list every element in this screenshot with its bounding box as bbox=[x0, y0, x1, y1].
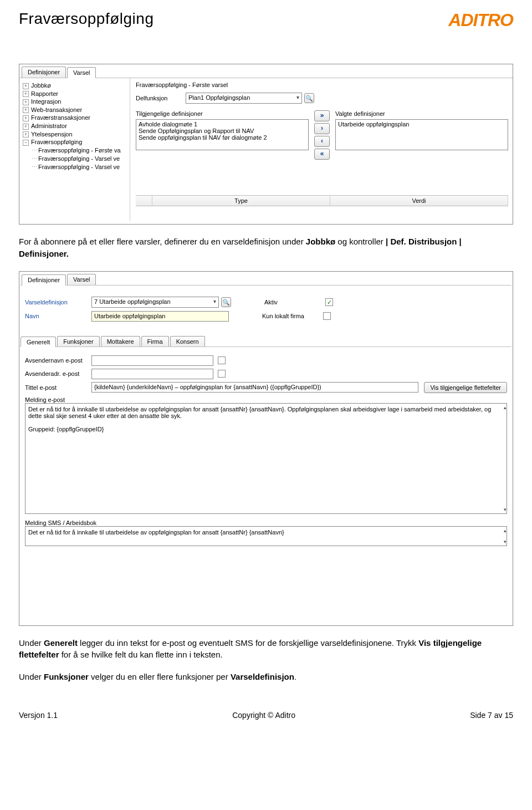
subtab-strip: Generelt Funksjoner Mottakere Firma Kons… bbox=[21, 336, 511, 347]
listbox-available[interactable]: Avholde dialogmøte 1 Sende Oppfølgingspl… bbox=[136, 119, 309, 150]
tab-varsel[interactable]: Varsel bbox=[67, 67, 96, 78]
leaf-icon: ⋯ bbox=[32, 147, 38, 154]
grid-col-type[interactable]: Type bbox=[152, 196, 330, 206]
label-navn[interactable]: Navn bbox=[25, 313, 91, 319]
scroll-up-icon[interactable]: ▴ bbox=[502, 528, 508, 533]
checkbox-avsenderadr[interactable] bbox=[218, 370, 226, 378]
page-title: Fraværsoppfølging bbox=[19, 10, 154, 28]
label-aktiv: Aktiv bbox=[264, 299, 325, 305]
label-melding-epost: Melding e-post bbox=[25, 396, 507, 403]
grid-col-verdi[interactable]: Verdi bbox=[330, 196, 508, 206]
textarea-melding-epost[interactable]: Det er nå tid for å innkalle til utarbei… bbox=[25, 403, 507, 514]
subtab-mottakere[interactable]: Mottakere bbox=[101, 336, 140, 347]
grid-header: Type Verdi bbox=[136, 195, 508, 206]
collapse-icon[interactable]: − bbox=[23, 140, 29, 146]
combo-delfunksjon[interactable]: Plan1 Oppfølgingsplan bbox=[186, 93, 302, 104]
tab2-definisjoner[interactable]: Definisjoner bbox=[22, 274, 66, 286]
tree-item: +Administrator bbox=[22, 122, 127, 130]
label-delfunksjon: Delfunksjon bbox=[136, 95, 186, 101]
leaf-icon: ⋯ bbox=[32, 164, 38, 171]
tree-item: +Rapporter bbox=[22, 90, 127, 98]
tree-item: +Fraværstransaksjoner bbox=[22, 114, 127, 122]
expand-icon[interactable]: + bbox=[23, 131, 29, 137]
input-navn[interactable]: Utarbeide oppfølgingsplan bbox=[91, 311, 229, 322]
expand-icon[interactable]: + bbox=[23, 91, 29, 97]
subtab-funksjoner[interactable]: Funksjoner bbox=[57, 336, 99, 347]
checkbox-aktiv[interactable]: ✓ bbox=[325, 298, 333, 306]
grid-col bbox=[136, 196, 152, 206]
scroll-up-icon[interactable]: ▴ bbox=[502, 405, 508, 410]
tree-item: −Fraværsoppfølging bbox=[22, 138, 127, 146]
vis-flettefelter-button[interactable]: Vis tilgjengelige flettefelter bbox=[424, 382, 507, 393]
move-all-right-button[interactable]: » bbox=[314, 110, 330, 121]
label-selected: Valgte definisjoner bbox=[335, 110, 508, 117]
page-footer: Versjon 1.1 Copyright © Aditro Side 7 av… bbox=[19, 711, 513, 720]
search-icon[interactable]: 🔍 bbox=[221, 297, 231, 307]
tree-item: ⋯Fraværsoppfølging - Varsel ve bbox=[30, 163, 127, 171]
checkbox-lokalt[interactable] bbox=[323, 312, 331, 320]
input-avsendernavn[interactable] bbox=[91, 355, 213, 366]
subtab-firma[interactable]: Firma bbox=[141, 336, 169, 347]
body-text-2: Under Generelt legger du inn tekst for e… bbox=[19, 637, 513, 661]
tree-item: +Ytelsespensjon bbox=[22, 130, 127, 139]
label-melding-sms: Melding SMS / Arbeidsbok bbox=[25, 519, 507, 526]
listbox-selected[interactable]: Utarbeide oppfølgingsplan bbox=[335, 119, 508, 150]
search-icon[interactable]: 🔍 bbox=[304, 93, 314, 103]
body-text-3: Under Funksjoner velger du en eller fler… bbox=[19, 671, 513, 683]
tab2-varsel[interactable]: Varsel bbox=[67, 274, 96, 285]
expand-icon[interactable]: + bbox=[23, 99, 29, 105]
scroll-down-icon[interactable]: ▾ bbox=[502, 507, 508, 512]
label-tittel-epost: Tittel e-post bbox=[25, 384, 91, 391]
footer-version: Versjon 1.1 bbox=[19, 711, 58, 720]
tree-item: +Integrasjon bbox=[22, 98, 127, 106]
checkbox-avsendernavn[interactable] bbox=[218, 356, 226, 364]
expand-icon[interactable]: + bbox=[23, 83, 29, 89]
label-varseldefinisjon[interactable]: Varseldefinisjon bbox=[25, 299, 91, 305]
expand-icon[interactable]: + bbox=[23, 115, 29, 121]
label-lokalt-firma: Kun lokalt firma bbox=[262, 313, 323, 319]
tab-definisjoner[interactable]: Definisjoner bbox=[22, 67, 66, 78]
move-right-button[interactable]: › bbox=[314, 123, 330, 134]
panel1-tabstrip: Definisjoner Varsel bbox=[19, 64, 513, 78]
label-available: Tilgjengelige definisjoner bbox=[136, 110, 309, 117]
tree-item: ⋯Fraværsoppfølging - Varsel ve bbox=[30, 155, 127, 163]
move-left-button[interactable]: ‹ bbox=[314, 136, 330, 147]
expand-icon[interactable]: + bbox=[23, 124, 29, 130]
textarea-melding-sms[interactable]: Det er nå tid for å innkalle til utarbei… bbox=[25, 526, 507, 546]
subtab-konsern[interactable]: Konsern bbox=[170, 336, 205, 347]
input-avsenderadr[interactable] bbox=[91, 369, 213, 379]
combo-varseldefinisjon[interactable]: 7 Utarbeide oppfølgingsplan bbox=[91, 297, 219, 308]
panel-varsel: Definisjoner Varsel +Jobbkø +Rapporter +… bbox=[19, 64, 513, 225]
tree-item: +Jobbkø bbox=[22, 81, 127, 90]
footer-page: Side 7 av 15 bbox=[470, 711, 513, 720]
body-text-1: For å abonnere på et eller flere varsler… bbox=[19, 236, 513, 260]
panel-definisjoner: Definisjoner Varsel Varseldefinisjon 7 U… bbox=[19, 271, 513, 626]
subtab-generelt[interactable]: Generelt bbox=[21, 337, 56, 347]
tree-item: +Web-transaksjoner bbox=[22, 106, 127, 114]
label-avsendernavn: Avsendernavn e-post bbox=[25, 357, 91, 364]
tree-nav[interactable]: +Jobbkø +Rapporter +Integrasjon +Web-tra… bbox=[19, 78, 130, 221]
logo: ADITRO bbox=[448, 10, 513, 30]
move-all-left-button[interactable]: « bbox=[314, 149, 330, 160]
leaf-icon: ⋯ bbox=[32, 155, 38, 162]
expand-icon[interactable]: + bbox=[23, 107, 29, 113]
scroll-down-icon[interactable]: ▾ bbox=[502, 539, 508, 544]
input-tittel-epost[interactable]: {kildeNavn} {underkildeNavn} – oppfølgin… bbox=[91, 382, 418, 393]
footer-copyright: Copyright © Aditro bbox=[232, 711, 295, 720]
tree-item: ⋯Fraværsoppfølging - Første va bbox=[30, 146, 127, 155]
label-avsenderadr: Avsenderadr. e-post bbox=[25, 370, 91, 377]
panel1-subtitle: Fraværsoppfølging - Første varsel bbox=[136, 80, 508, 90]
